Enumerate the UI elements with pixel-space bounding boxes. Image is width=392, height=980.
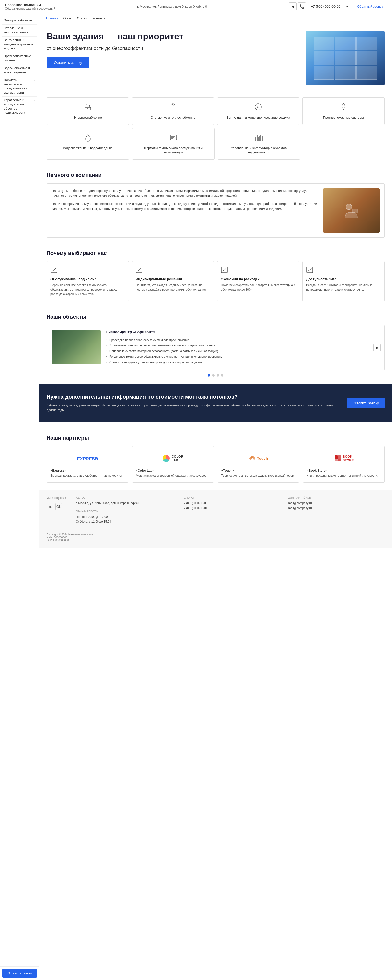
nav-item-about[interactable]: О нас	[61, 16, 74, 21]
next-object-button[interactable]: ▶	[373, 344, 381, 351]
svg-rect-20	[338, 455, 341, 459]
main-content: Главная О нас Статьи Контакты Ваши здани…	[39, 13, 392, 548]
why-card-desc-1: Понимаем, что каждая недвижимость уникал…	[136, 283, 210, 292]
footer-copyright: Copyright © 2024 Название компании	[46, 533, 385, 536]
service-card-heating[interactable]: Отопление и теплоснабжение	[132, 97, 214, 125]
footer-social: мы в соцсетях вк OK	[46, 496, 66, 524]
phone-number: +7 (000) 000-00-00	[308, 3, 343, 10]
check-icon-1	[136, 266, 210, 275]
svg-point-4	[257, 106, 259, 108]
header: Название компании Обслуживание зданий и …	[0, 0, 392, 13]
partner-name-express: «Express»	[51, 469, 124, 473]
fire-icon	[339, 102, 348, 113]
dot-0[interactable]	[208, 374, 210, 377]
nav-item-home[interactable]: Главная	[44, 16, 60, 21]
header-address: г. Москва, ул. Ленинская, дом 0, корп 0,…	[137, 5, 207, 8]
service-label-formats: Форматы технического обслуживания и эксп…	[136, 146, 211, 154]
service-card-water[interactable]: Водоснабжение и водоотведение	[46, 128, 129, 160]
social-icons: вк OK	[46, 503, 66, 510]
svg-rect-2	[170, 108, 176, 110]
footer-schedule: Пн-Пт: с 09:00 до 17:00 Суббота: с 11:00…	[76, 515, 172, 524]
footer-phone1: +7 (000) 000-00-00	[182, 501, 278, 506]
hero-title: Ваши здания — наш приоритет	[46, 31, 299, 41]
footer-inn: ИНН: 000000000	[46, 536, 385, 539]
object-list-item: Установлены энергосберегающие светильник…	[105, 343, 379, 348]
heating-icon	[169, 102, 177, 113]
svg-rect-22	[338, 460, 341, 461]
why-card-economy: Экономия на расходах Помогаем сократить …	[217, 261, 300, 301]
dot-2[interactable]	[217, 374, 219, 377]
partner-logo-express: EXPRESS	[51, 451, 124, 466]
footer-address: г. Москва, ул. Ленинская, дом 0, корп 0,…	[76, 501, 172, 506]
svg-rect-8	[260, 136, 262, 141]
why-card-availability: Доступность 24/7 Всегда на связи и готов…	[302, 261, 385, 301]
electricity-icon	[83, 102, 92, 113]
why-card-desc-2: Помогаем сократить ваши затраты на экспл…	[221, 283, 295, 292]
social-title: мы в соцсетях	[46, 496, 66, 500]
partner-name-bookstore: «Book Store»	[307, 469, 381, 473]
sidebar-item-heating[interactable]: Отопление и теплоснабжение	[2, 24, 37, 37]
service-card-management[interactable]: Управление и эксплуатация объектов недви…	[218, 128, 300, 160]
dot-3[interactable]	[221, 374, 223, 377]
service-card-fire[interactable]: Противопожарные системы	[302, 97, 385, 125]
phone-dropdown-arrow[interactable]: ▼	[343, 3, 351, 10]
sidebar-item-fire[interactable]: Противопожарные системы	[2, 52, 37, 64]
svg-point-9	[346, 204, 352, 210]
why-card-title-3: Доступность 24/7	[306, 277, 381, 281]
footer-email1: mail@company.ru	[288, 501, 385, 506]
nav: Главная О нас Статьи Контакты	[39, 13, 392, 24]
ok-icon[interactable]: OK	[55, 503, 62, 510]
vk-icon[interactable]: вк	[46, 503, 53, 510]
cta-button[interactable]: Оставить заявку	[347, 398, 385, 409]
about-image	[323, 188, 379, 232]
sidebar-item-electricity[interactable]: Электроснабжение	[2, 17, 37, 24]
about-section: Немного о компании Наша цель – обеспечит…	[39, 167, 392, 245]
dot-1[interactable]	[212, 374, 215, 377]
logo-subtitle: Обслуживание зданий и сооружений	[5, 7, 55, 10]
svg-rect-6	[255, 137, 258, 141]
hero-subtitle: от энергоэффективности до безопасности	[46, 46, 299, 51]
partner-card-express: EXPRESS «Express» Быстрая доставка: ваше…	[46, 446, 128, 483]
carousel-dots	[46, 374, 385, 377]
management-icon	[255, 133, 263, 144]
sidebar-item-ventilation[interactable]: Вентиляция и кондиционирование воздуха	[2, 37, 37, 52]
hero-section: Ваши здания — наш приоритет от энергоэфф…	[39, 24, 392, 92]
object-image-0	[52, 330, 101, 364]
sidebar-item-management[interactable]: Управление и эксплуатация объектов недви…	[2, 97, 37, 117]
prev-phone-icon[interactable]: ◀	[289, 2, 297, 10]
partner-name-touch: «Touch»	[221, 469, 295, 473]
hero-cta-button[interactable]: Оставить заявку	[46, 57, 89, 68]
body-layout: Электроснабжение Отопление и теплоснабже…	[0, 13, 392, 548]
objects-section: Наши объекты Бизнес-центр «Горизонт» Про…	[39, 309, 392, 384]
service-label-heating: Отопление и теплоснабжение	[151, 116, 195, 120]
service-card-ventilation[interactable]: Вентиляция и кондиционирование воздуха	[217, 97, 300, 125]
sidebar-item-formats[interactable]: Форматы технического обслуживания и эксп…	[2, 76, 37, 97]
footer-top: мы в соцсетях вк OK Адрес г. Москва, ул.…	[46, 496, 385, 524]
service-card-electricity[interactable]: Электроснабжение	[46, 97, 129, 125]
nav-item-articles[interactable]: Статьи	[75, 16, 89, 21]
footer: мы в соцсетях вк OK Адрес г. Москва, ул.…	[39, 490, 392, 548]
object-title-0: Бизнес-центр «Горизонт»	[105, 330, 379, 334]
check-icon-0	[51, 266, 125, 275]
partner-card-colorlab: COLORLAB «Color Lab» Модная марка соврем…	[132, 446, 214, 483]
partner-desc-bookstore: Книги, расширяющие горизонты знаний и му…	[307, 474, 381, 478]
service-card-formats[interactable]: Форматы технического обслуживания и эксп…	[132, 128, 215, 160]
partner-logo-colorlab: COLORLAB	[136, 451, 210, 466]
chevron-down-icon: ▼	[33, 99, 35, 102]
object-content-0: Бизнес-центр «Горизонт» Проведена полная…	[105, 330, 379, 365]
whatsapp-icon[interactable]: 📞	[298, 2, 306, 10]
objects-title: Наши объекты	[46, 313, 385, 320]
partner-desc-express: Быстрая доставка: ваше удобство — наш пр…	[51, 474, 124, 478]
about-title: Немного о компании	[46, 172, 385, 178]
sidebar-item-water[interactable]: Водоснабжение и водоотведение	[2, 64, 37, 76]
nav-item-contacts[interactable]: Контакты	[91, 16, 108, 21]
callback-button[interactable]: Обратный звонок	[353, 3, 387, 10]
object-list-item: Организован круглосуточный контроль дост…	[105, 360, 379, 365]
header-right: ◀ 📞 +7 (000) 000-00-00 ▼ Обратный звонок	[289, 2, 387, 10]
service-label-ventilation: Вентиляция и кондиционирование воздуха	[226, 116, 290, 120]
why-card-desc-3: Всегда на связи и готовы реагировать на …	[306, 283, 381, 292]
service-label-water: Водоснабжение и водоотведение	[63, 146, 112, 150]
service-label-management: Управление и эксплуатация объектов недви…	[221, 146, 296, 154]
about-para2: Наши эксперты используют современные тех…	[52, 201, 318, 212]
why-card-desc-0: Берем на себя все аспекты технического о…	[51, 283, 125, 296]
